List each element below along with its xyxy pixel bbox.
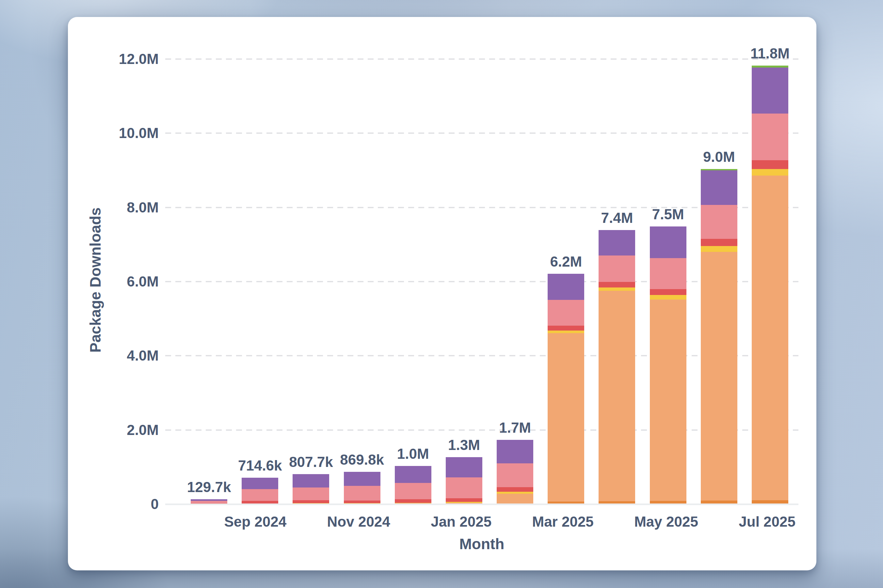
bar-jun-2025-segment-pink [701,205,737,239]
bar-sep-2024-segment-pink [242,489,278,501]
bar-apr-2025-segment-yellow [599,288,635,291]
x-tick-label-jul-2025: Jul 2025 [739,514,796,530]
y-tick-label-10.0M: 10.0M [68,124,159,142]
bar-slot-dec-2024: 1.0M [388,17,439,504]
bar-aug-2024-segment-pink [191,501,227,503]
bar-slot-may-2025: 7.5M [643,17,693,504]
bar-slot-jul-2025: 11.8M [745,17,796,504]
bar-jun-2025 [701,169,737,504]
bar-nov-2024 [344,472,381,504]
bar-dec-2024-segment-pink [395,483,432,499]
bar-total-label-apr-2025: 7.4M [601,210,633,226]
bar-sep-2024-segment-purple [242,478,278,489]
y-tick-label-8.0M: 8.0M [68,199,159,216]
bar-feb-2025-segment-pink [497,464,533,487]
bar-may-2025-segment-purple [650,226,686,258]
x-tick-label-apr-2025 [594,514,634,530]
bar-feb-2025 [497,440,533,504]
bar-oct-2024 [293,474,329,504]
x-tick-label-mar-2025: Mar 2025 [532,514,593,530]
x-tick-label-may-2025: May 2025 [634,514,698,530]
bar-mar-2025 [548,274,584,504]
bar-mar-2025-segment-purple [548,274,584,300]
bar-dec-2024-segment-red [395,499,432,503]
bar-feb-2025-segment-purple [497,440,533,464]
bar-apr-2025-segment-orange-light [599,291,635,501]
y-tick-label-4.0M: 4.0M [68,347,159,364]
bar-may-2025 [650,226,686,504]
bar-slot-sep-2024: 714.6k [235,17,286,504]
bar-dec-2024-segment-purple [395,466,432,483]
bar-jul-2025-segment-purple [752,68,788,114]
bar-mar-2025-segment-orange-light [548,333,584,501]
x-axis-tick-labels: Sep 2024Nov 2024Jan 2025Mar 2025May 2025… [184,514,796,530]
bar-feb-2025-segment-red [497,487,533,492]
bar-may-2025-segment-orange-light [650,300,686,501]
x-tick-label-feb-2025 [492,514,532,530]
bar-jan-2025-segment-purple [446,457,482,477]
x-tick-label-oct-2024 [286,514,327,530]
bar-slot-apr-2025: 7.4M [591,17,642,504]
bar-total-label-oct-2024: 807.7k [289,454,333,470]
bar-jul-2025-segment-orange-light [752,176,788,500]
x-tick-label-sep-2024: Sep 2024 [224,514,286,530]
bar-slot-jan-2025: 1.3M [439,17,489,504]
bar-dec-2024 [395,466,432,504]
bar-sep-2024-segment-red [242,501,278,503]
bar-total-label-sep-2024: 714.6k [238,458,282,474]
bar-nov-2024-segment-pink [344,486,381,501]
bar-apr-2025-segment-purple [599,230,635,255]
bar-nov-2024-segment-purple [344,472,381,486]
bar-oct-2024-segment-pink [293,488,329,500]
bar-jul-2025-segment-yellow [752,169,788,176]
bar-slot-nov-2024: 869.8k [337,17,388,504]
bar-jun-2025-segment-orange-light [701,252,737,501]
bar-may-2025-segment-pink [650,258,686,289]
x-axis-line [165,504,799,505]
bar-slot-oct-2024: 807.7k [286,17,336,504]
bar-nov-2024-segment-red [344,501,381,503]
bar-jul-2025-segment-pink [752,114,788,160]
bar-mar-2025-segment-yellow [548,330,584,333]
bar-total-label-jun-2025: 9.0M [703,149,735,165]
x-tick-label-jan-2025: Jan 2025 [431,514,492,530]
bar-mar-2025-segment-pink [548,300,584,326]
bar-slot-feb-2025: 1.7M [489,17,540,504]
bar-jul-2025 [752,66,788,504]
x-tick-label-nov-2024: Nov 2024 [327,514,390,530]
bar-jun-2025-segment-yellow [701,246,737,252]
bar-oct-2024-segment-red [293,500,329,504]
bar-slot-jun-2025: 9.0M [693,17,745,504]
bar-total-label-feb-2025: 1.7M [499,420,531,436]
bar-total-label-mar-2025: 6.2M [550,254,582,270]
bar-may-2025-segment-red [650,289,686,295]
x-axis-title: Month [165,535,799,553]
bar-apr-2025 [599,230,635,504]
bar-total-label-aug-2024: 129.7k [187,479,231,495]
bar-jun-2025-segment-red [701,239,737,246]
bar-jul-2025-segment-red [752,160,788,169]
bar-jan-2025-segment-pink [446,477,482,498]
bar-mar-2025-segment-red [548,326,584,330]
bar-jan-2025 [446,457,482,504]
bar-slot-aug-2024: 129.7k [184,17,235,504]
y-tick-label-2.0M: 2.0M [68,422,159,438]
bar-total-label-jan-2025: 1.3M [448,437,480,453]
x-tick-label-aug-2024 [184,514,224,530]
bar-sep-2024 [242,478,278,504]
bar-jun-2025-segment-purple [701,170,737,205]
bar-apr-2025-segment-red [599,282,635,288]
bar-total-label-nov-2024: 869.8k [340,452,384,468]
x-tick-label-dec-2024 [390,514,431,530]
y-tick-label-12.0M: 12.0M [68,51,159,68]
y-tick-label-0: 0 [68,496,159,513]
bar-total-label-dec-2024: 1.0M [397,446,429,462]
bar-oct-2024-segment-purple [293,474,329,488]
bar-jan-2025-segment-red [446,498,482,502]
bar-total-label-may-2025: 7.5M [652,206,684,222]
bar-apr-2025-segment-pink [599,255,635,282]
bars-layer: 129.7k714.6k807.7k869.8k1.0M1.3M1.7M6.2M… [184,17,796,504]
bar-total-label-jul-2025: 11.8M [751,45,790,62]
bar-feb-2025-segment-orange-light [497,494,533,504]
y-tick-label-6.0M: 6.0M [68,273,159,290]
